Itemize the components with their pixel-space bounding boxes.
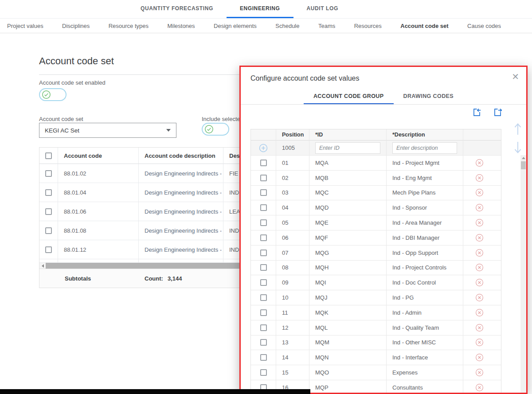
subnav-item-account-code-set[interactable]: Account code set	[400, 23, 448, 29]
modal-tab-drawing-codes[interactable]: DRAWING CODES	[394, 89, 464, 105]
row-checkbox[interactable]	[260, 160, 267, 166]
modal-table-body: 01 MQA Ind - Project Mgmt 02 MQB Ind - E…	[251, 156, 501, 394]
account-code-description-cell: Design Engineering Indirects - En...	[139, 183, 223, 202]
import-icon[interactable]	[472, 108, 481, 119]
row-checkbox[interactable]	[45, 189, 52, 196]
add-row-icon[interactable]	[258, 143, 268, 153]
delete-icon[interactable]	[475, 173, 484, 183]
delete-icon[interactable]	[475, 368, 484, 377]
close-icon[interactable]: ✕	[512, 72, 519, 81]
delete-icon[interactable]	[475, 233, 484, 242]
position-cell: 09	[276, 275, 309, 290]
subnav-item-disciplines[interactable]: Disciplines	[62, 23, 90, 29]
account-code-value-row: 15 MQO Expenses	[251, 365, 501, 380]
account-code-value-row: 07 MQG Ind - Opp Support	[251, 246, 501, 261]
scroll-left-arrow-icon[interactable]	[39, 264, 46, 268]
delete-icon[interactable]	[475, 308, 484, 317]
row-checkbox[interactable]	[260, 369, 267, 376]
top-tab-bar: QUANTITY FORECASTINGENGINEERINGAUDIT LOG	[0, 0, 532, 18]
export-icon[interactable]	[493, 108, 502, 119]
id-cell: MQC	[309, 186, 387, 201]
column-header-description: *Description	[387, 129, 463, 140]
position-cell: 13	[276, 335, 309, 351]
row-checkbox[interactable]	[260, 279, 267, 286]
subnav-item-cause-codes[interactable]: Cause codes	[467, 23, 501, 29]
account-code-set-select[interactable]: KEGI AC Set	[39, 123, 176, 138]
page-title: Account code set	[39, 55, 114, 67]
delete-icon[interactable]	[475, 263, 484, 272]
account-code-set-enabled-toggle[interactable]	[39, 88, 66, 101]
row-checkbox[interactable]	[45, 170, 52, 177]
account-code-cell: 88.01.06	[58, 202, 139, 221]
move-up-icon[interactable]	[513, 122, 523, 136]
description-cell: Ind - Admin	[387, 305, 463, 320]
include-selected-toggle[interactable]	[202, 123, 229, 136]
account-code-value-row: 03 MQC Mech Pipe Plans	[251, 186, 501, 201]
delete-icon[interactable]	[475, 188, 484, 197]
modal-table: Position *ID *Description 1005	[250, 129, 501, 394]
id-cell: MQD	[309, 200, 387, 215]
modal-toolbar	[472, 108, 502, 119]
move-down-icon[interactable]	[513, 140, 523, 155]
delete-icon[interactable]	[475, 278, 484, 287]
row-checkbox[interactable]	[260, 189, 267, 196]
row-checkbox[interactable]	[45, 208, 52, 215]
description-cell: Ind - Other MISC	[387, 335, 463, 351]
delete-icon[interactable]	[475, 383, 484, 392]
subnav-item-schedule[interactable]: Schedule	[275, 23, 299, 29]
delete-icon[interactable]	[475, 248, 484, 257]
id-input[interactable]	[315, 142, 380, 154]
description-cell: Ind - Doc Control	[387, 275, 463, 290]
id-cell: MQA	[309, 156, 387, 171]
position-cell: 07	[276, 246, 309, 261]
column-header-account-code-description: Account code description	[139, 148, 223, 164]
position-cell: 06	[276, 230, 309, 246]
vertical-scrollbar[interactable]	[520, 155, 526, 393]
row-checkbox[interactable]	[45, 246, 52, 253]
subnav-item-project-values[interactable]: Project values	[7, 23, 43, 29]
row-checkbox[interactable]	[260, 354, 267, 361]
delete-icon[interactable]	[475, 293, 484, 302]
delete-icon[interactable]	[475, 353, 484, 362]
modal-tab-account-code-group[interactable]: ACCOUNT CODE GROUP	[304, 89, 394, 105]
vertical-scrollbar-thumb[interactable]	[521, 161, 526, 169]
subnav-item-design-elements[interactable]: Design elements	[214, 23, 257, 29]
row-checkbox[interactable]	[260, 324, 267, 331]
row-checkbox[interactable]	[260, 250, 267, 256]
account-code-description-cell: Design Engineering Indirects - Ar...	[139, 240, 223, 259]
description-input[interactable]	[392, 142, 457, 154]
description-cell: Ind - PG	[387, 290, 463, 305]
chevron-down-icon	[166, 129, 171, 132]
select-all-checkbox[interactable]	[45, 152, 52, 159]
top-tab-quantity-forecasting[interactable]: QUANTITY FORECASTING	[127, 0, 227, 18]
top-tab-audit-log[interactable]: AUDIT LOG	[293, 0, 352, 18]
row-checkbox[interactable]	[260, 294, 267, 301]
subnav-item-resources[interactable]: Resources	[354, 23, 382, 29]
id-cell: MQP	[309, 380, 387, 394]
row-checkbox[interactable]	[260, 339, 267, 346]
subnav-item-teams[interactable]: Teams	[318, 23, 335, 29]
modal-tabs-divider	[241, 104, 526, 105]
id-cell: MQI	[309, 275, 387, 290]
row-checkbox[interactable]	[45, 227, 52, 234]
row-checkbox[interactable]	[260, 204, 267, 211]
row-checkbox[interactable]	[260, 309, 267, 316]
delete-icon[interactable]	[475, 323, 484, 332]
delete-icon[interactable]	[475, 338, 484, 347]
top-tab-engineering[interactable]: ENGINEERING	[227, 0, 293, 18]
row-checkbox[interactable]	[260, 264, 267, 271]
subnav-item-milestones[interactable]: Milestones	[167, 23, 195, 29]
app-window: QUANTITY FORECASTINGENGINEERINGAUDIT LOG…	[0, 0, 532, 394]
row-checkbox[interactable]	[260, 175, 267, 181]
delete-icon[interactable]	[475, 158, 484, 168]
scroll-up-arrow-icon[interactable]	[522, 157, 525, 159]
delete-icon[interactable]	[475, 203, 484, 212]
delete-icon[interactable]	[475, 218, 484, 227]
row-checkbox[interactable]	[260, 219, 267, 226]
position-cell: 08	[276, 261, 309, 276]
column-header-id: *ID	[309, 129, 387, 140]
row-checkbox[interactable]	[260, 234, 267, 241]
bottom-black-bar	[0, 389, 310, 394]
subnav-item-resource-types[interactable]: Resource types	[109, 23, 149, 29]
account-code-value-row: 06 MQF Ind - DBI Manager	[251, 230, 501, 246]
